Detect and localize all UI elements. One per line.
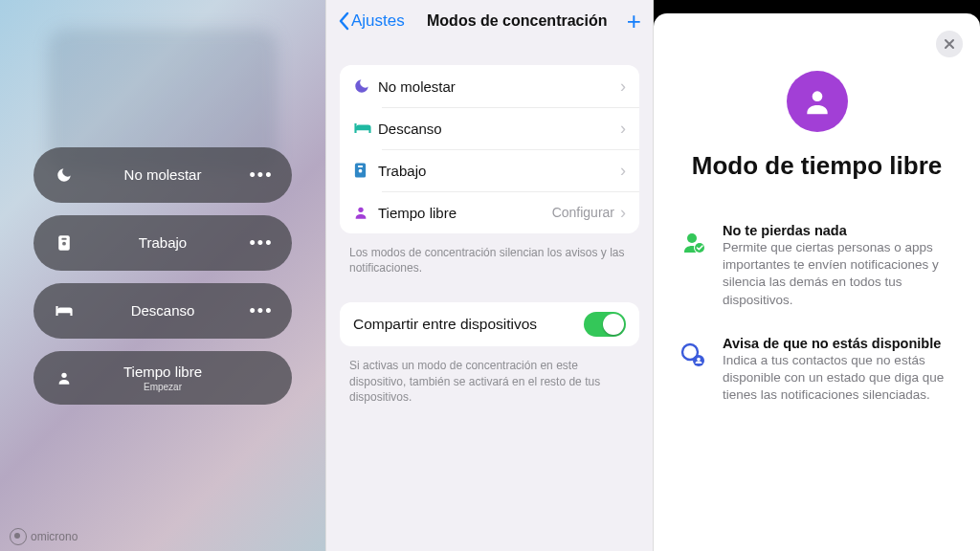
hero-title: Modo de tiempo libre	[692, 151, 942, 181]
pill-label: Tiempo libre	[123, 364, 202, 380]
pill-label: Trabajo	[139, 234, 187, 251]
svg-rect-1	[61, 237, 66, 239]
chevron-left-icon	[338, 11, 349, 31]
person-icon	[53, 370, 76, 386]
back-label: Ajustes	[351, 11, 405, 31]
svg-point-6	[359, 169, 363, 173]
watermark-text: omicrono	[31, 530, 78, 543]
focus-modes-list: No molestar › Descanso › Trabajo › Tiemp…	[340, 65, 639, 233]
focus-pill-descanso[interactable]: Descanso •••	[33, 283, 292, 339]
feature-list: No te pierdas nada Permite que ciertas p…	[673, 223, 961, 405]
row-tiempo-libre[interactable]: Tiempo libre Configurar ›	[340, 191, 639, 233]
moon-icon	[353, 77, 378, 95]
chevron-right-icon: ›	[620, 77, 626, 97]
nav-bar: Ajustes Modos de concentración +	[326, 0, 653, 42]
svg-point-2	[62, 241, 66, 245]
feature-desc: Permite que ciertas personas o apps impo…	[723, 239, 955, 309]
close-button[interactable]	[936, 31, 963, 57]
settings-panel: Ajustes Modos de concentración + No mole…	[325, 0, 654, 551]
back-button[interactable]: Ajustes	[338, 11, 405, 31]
row-label: Compartir entre dispositivos	[353, 316, 584, 333]
add-button[interactable]: +	[627, 9, 641, 33]
row-label: No molestar	[378, 78, 620, 95]
feature-title: No te pierdas nada	[723, 223, 955, 238]
svg-point-14	[697, 358, 701, 362]
status-share-icon	[679, 336, 707, 405]
svg-rect-5	[358, 165, 363, 167]
svg-point-8	[812, 91, 822, 101]
row-label: Trabajo	[378, 163, 620, 179]
svg-point-7	[358, 208, 363, 212]
person-icon	[802, 86, 833, 117]
bed-icon	[53, 304, 76, 318]
close-icon	[944, 38, 955, 50]
chevron-right-icon: ›	[620, 119, 626, 139]
more-icon[interactable]: •••	[250, 302, 273, 320]
moon-icon	[53, 166, 76, 184]
row-share-devices[interactable]: Compartir entre dispositivos	[340, 302, 639, 346]
feature-desc: Indica a tus contactos que no estás disp…	[723, 352, 955, 405]
watermark-icon	[10, 528, 27, 545]
feature-status: Avisa de que no estás disponible Indica …	[679, 336, 955, 405]
more-icon[interactable]: •••	[250, 234, 273, 252]
focus-pill-trabajo[interactable]: Trabajo •••	[33, 215, 292, 271]
share-toggle[interactable]	[584, 312, 626, 337]
row-no-molestar[interactable]: No molestar ›	[340, 65, 639, 107]
row-accessory: Configurar	[552, 205, 614, 220]
hero-avatar	[787, 71, 848, 132]
share-group: Compartir entre dispositivos	[340, 302, 639, 346]
footnote-share: Si activas un modo de concentración en e…	[326, 352, 653, 405]
focus-pill-tiempo-libre[interactable]: Tiempo libre Empezar •••	[33, 351, 292, 405]
svg-point-3	[61, 372, 66, 377]
row-descanso[interactable]: Descanso ›	[340, 107, 639, 149]
onboarding-sheet: Modo de tiempo libre No te pierdas nada …	[654, 13, 980, 551]
chevron-right-icon: ›	[620, 203, 626, 223]
footnote-modes: Los modos de concentración silencian los…	[326, 239, 653, 276]
pill-sublabel: Empezar	[76, 382, 250, 392]
focus-pill-no-molestar[interactable]: No molestar •••	[33, 147, 292, 203]
bed-icon	[353, 121, 378, 135]
person-icon	[353, 205, 378, 220]
row-label: Tiempo libre	[378, 205, 552, 221]
watermark: omicrono	[10, 528, 78, 545]
row-trabajo[interactable]: Trabajo ›	[340, 149, 639, 191]
chevron-right-icon: ›	[620, 161, 626, 181]
person-check-icon	[679, 223, 707, 309]
control-center-panel: No molestar ••• Trabajo ••• Descanso •••…	[0, 0, 325, 551]
hero: Modo de tiempo libre	[673, 71, 961, 181]
svg-point-9	[687, 233, 697, 243]
pill-label: No molestar	[124, 166, 202, 183]
row-label: Descanso	[378, 121, 620, 137]
more-icon[interactable]: •••	[250, 166, 273, 184]
onboarding-panel: Modo de tiempo libre No te pierdas nada …	[654, 0, 980, 551]
badge-icon	[353, 162, 378, 179]
badge-icon	[53, 234, 76, 252]
feature-allow-notifications: No te pierdas nada Permite que ciertas p…	[679, 223, 955, 309]
feature-title: Avisa de que no estás disponible	[723, 336, 955, 351]
pill-label: Descanso	[131, 302, 195, 319]
